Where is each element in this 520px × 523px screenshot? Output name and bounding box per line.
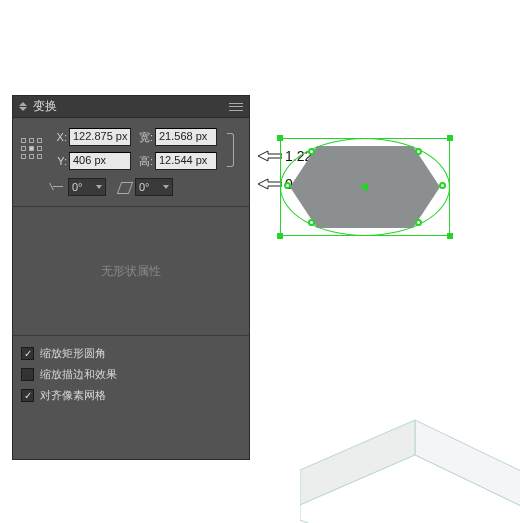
scale-corners-label: 缩放矩形圆角 [40,346,106,361]
scale-strokes-label: 缩放描边和效果 [40,367,117,382]
align-pixel-checkbox[interactable]: 对齐像素网格 [21,388,241,403]
constrain-proportions-icon[interactable] [223,131,237,167]
reference-point-grid[interactable] [19,136,45,162]
shear-input[interactable]: 0° [135,178,173,196]
panel-titlebar[interactable]: 变换 [13,96,249,118]
svg-marker-4 [258,179,282,189]
arrow-left-icon [258,150,282,162]
checkbox-icon [21,368,34,381]
no-shape-properties-label: 无形状属性 [13,206,249,336]
anchor-handle[interactable] [308,148,315,155]
anchor-handle[interactable] [284,182,291,189]
height-input[interactable]: 12.544 px [155,152,217,170]
x-input[interactable]: 122.875 px [69,128,131,146]
shear-icon [118,180,132,194]
y-label: Y: [49,155,67,167]
anchor-handle[interactable] [308,219,315,226]
anchor-handle[interactable] [415,148,422,155]
width-label: 宽: [135,130,153,145]
anchor-handle[interactable] [439,182,446,189]
iso-geometry [300,390,520,523]
x-label: X: [49,131,67,143]
y-input[interactable]: 406 px [69,152,131,170]
selected-object[interactable] [280,138,450,236]
rotate-icon [51,180,65,194]
scale-corners-checkbox[interactable]: 缩放矩形圆角 [21,346,241,361]
collapse-toggle-icon[interactable] [19,102,29,111]
center-point-icon [362,184,368,190]
anchor-handle[interactable] [415,219,422,226]
panel-title: 变换 [33,98,57,115]
width-input[interactable]: 21.568 px [155,128,217,146]
height-label: 高: [135,154,153,169]
scale-strokes-checkbox[interactable]: 缩放描边和效果 [21,367,241,382]
checkbox-icon [21,389,34,402]
transform-panel: 变换 X: 122.875 px Y: 406 px 宽: 21.568 px [12,95,250,460]
panel-menu-icon[interactable] [227,100,245,114]
arrow-left-icon [258,178,282,190]
checkbox-icon [21,347,34,360]
align-pixel-label: 对齐像素网格 [40,388,106,403]
rotate-input[interactable]: 0° [68,178,106,196]
svg-marker-3 [258,151,282,161]
